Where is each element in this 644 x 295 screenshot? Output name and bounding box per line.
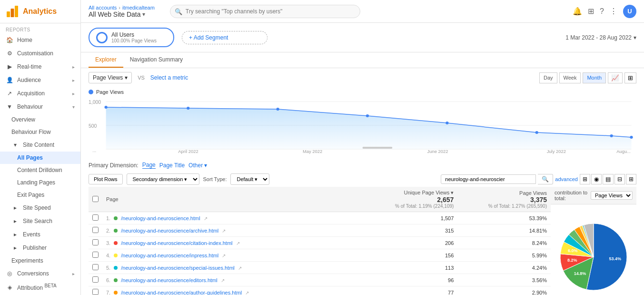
top-header: All accounts › itmedicalteam All Web Sit… [81, 0, 644, 23]
sidebar-item-publisher[interactable]: ▸ Publisher [0, 241, 80, 254]
sidebar-item-exit-pages[interactable]: Exit Pages [0, 189, 80, 201]
svg-text:500: 500 [89, 123, 97, 129]
pie-view-button[interactable]: ◉ [591, 174, 602, 184]
secondary-dimension-select[interactable]: Secondary dimension ▾ [127, 173, 199, 185]
day-button[interactable]: Day [539, 72, 557, 83]
sidebar-item-behaviour[interactable]: ▼ Behaviour ▾ [0, 100, 80, 113]
sidebar-item-conversions[interactable]: ◎ Conversions ▸ [0, 267, 80, 280]
add-segment-button[interactable]: + Add Segment [182, 31, 268, 44]
sidebar-item-label: Home [17, 37, 32, 43]
table-row: 2. /neurology-and-neuroscience/archive.h… [89, 224, 551, 237]
help-icon[interactable]: ? [600, 7, 604, 16]
sidebar-item-landing-pages[interactable]: Landing Pages [0, 176, 80, 189]
row-checkbox[interactable] [92, 276, 99, 283]
sidebar-item-customisation[interactable]: ⚙ Customisation [0, 47, 80, 60]
contribution-metric-select[interactable]: Page Views [591, 191, 633, 200]
dimension-page-link[interactable]: Page [142, 162, 156, 169]
apps-icon[interactable]: ⊞ [588, 7, 594, 16]
bar-chart-icon[interactable]: ⊞ [624, 72, 636, 83]
row-checkbox[interactable] [92, 227, 99, 233]
bar-view-button[interactable]: ▤ [603, 174, 614, 184]
property-chevron: ▾ [142, 11, 145, 18]
sidebar-item-experiments[interactable]: Experiments [0, 254, 80, 267]
page-link[interactable]: /neurology-and-neuroscience/editors.html [121, 277, 217, 283]
tab-explorer[interactable]: Explorer [89, 52, 123, 68]
row-checkbox[interactable] [92, 289, 99, 295]
segment-percent: 100.00% Page Views [111, 38, 157, 43]
sidebar-item-label: Exit Pages [17, 192, 44, 198]
all-users-segment[interactable]: All Users 100.00% Page Views [89, 28, 174, 47]
chevron-icon: ▸ [11, 217, 19, 225]
row-checkbox[interactable] [92, 252, 99, 258]
search-input[interactable] [170, 5, 360, 18]
sidebar-item-site-content[interactable]: ▾ Site Content [0, 138, 80, 152]
sidebar-item-site-speed[interactable]: ▸ Site Speed [0, 201, 80, 214]
sidebar-item-label: Acquisition [17, 90, 45, 97]
month-button[interactable]: Month [583, 72, 606, 83]
sidebar-item-overview[interactable]: Overview [0, 113, 80, 126]
sidebar-item-content-drilldown[interactable]: Content Drilldown [0, 164, 80, 176]
sidebar-item-home[interactable]: 🏠 Home [0, 33, 80, 47]
data-table: Page Unique Page Views ▾ 2,657 % of Tota… [89, 187, 551, 295]
page-link[interactable]: /neurology-and-neuroscience/inpress.html [121, 253, 218, 258]
svg-text:July 2022: July 2022 [547, 149, 566, 154]
select-all-checkbox[interactable] [92, 196, 99, 202]
date-range-picker[interactable]: 1 Mar 2022 - 28 Aug 2022 ▾ [565, 34, 636, 41]
sidebar-item-behaviour-flow[interactable]: Behaviour Flow [0, 126, 80, 138]
page-link[interactable]: /neurology-and-neuroscience.html [121, 215, 200, 221]
page-cell: 5. /neurology-and-neuroscience/special-i… [102, 262, 365, 274]
table-search-input[interactable] [441, 174, 536, 184]
table-row: 3. /neurology-and-neuroscience/citation-… [89, 237, 551, 249]
property-name[interactable]: All Web Site Data ▾ [89, 10, 160, 18]
svg-point-15 [610, 134, 613, 137]
sidebar-item-site-search[interactable]: ▸ Site Search [0, 214, 80, 228]
advanced-link[interactable]: advanced [555, 176, 578, 182]
external-link-icon: ↗ [222, 228, 226, 234]
page-link[interactable]: /neurology-and-neuroscience/citation-ind… [121, 240, 232, 246]
svg-point-11 [276, 108, 279, 111]
table-row: 5. /neurology-and-neuroscience/special-i… [89, 262, 551, 274]
table-view-button[interactable]: ⊞ [580, 174, 590, 184]
page-link[interactable]: /neurology-and-neuroscience/special-issu… [121, 265, 234, 271]
more-icon[interactable]: ⋮ [610, 7, 617, 16]
week-button[interactable]: Week [559, 72, 581, 83]
sort-type-select[interactable]: Default ▾ [230, 173, 269, 185]
notifications-icon[interactable]: 🔔 [573, 7, 582, 16]
unique-pv-header[interactable]: Unique Page Views ▾ 2,657 % of Total: 1.… [365, 187, 458, 212]
select-metric-link[interactable]: Select a metric [150, 74, 188, 81]
search-filter-button[interactable]: 🔍 [538, 174, 553, 184]
realtime-icon: ▶ [6, 63, 13, 71]
sidebar-item-attribution[interactable]: ◈ Attribution BETA [0, 280, 80, 294]
page-cell: 7. /neurology-and-neuroscience/author-gu… [102, 286, 365, 295]
avatar[interactable]: U [623, 5, 636, 18]
svg-rect-2 [15, 6, 18, 17]
pie-label: 14.8% [574, 271, 586, 276]
row-checkbox[interactable] [92, 214, 99, 221]
sidebar-item-audience[interactable]: 👤 Audience ▸ [0, 73, 80, 87]
table-row: 6. /neurology-and-neuroscience/editors.h… [89, 274, 551, 286]
primary-dimension-label: Primary Dimension: [89, 162, 139, 169]
row-checkbox[interactable] [92, 264, 99, 270]
pv-percent-cell: 3.56% [457, 274, 551, 286]
svg-text:Augu...: Augu... [616, 149, 631, 154]
row-checkbox[interactable] [92, 239, 99, 245]
page-link[interactable]: /neurology-and-neuroscience/author-guide… [121, 290, 242, 295]
sidebar-item-all-pages[interactable]: All Pages [0, 152, 80, 164]
external-link-icon: ↗ [236, 241, 240, 246]
page-link[interactable]: /neurology-and-neuroscience/archive.html [121, 228, 218, 234]
sidebar-item-acquisition[interactable]: ↗ Acquisition ▸ [0, 87, 80, 100]
plot-rows-button[interactable]: Plot Rows [89, 174, 123, 184]
breadcrumb-account[interactable]: itmedicalteam [122, 5, 155, 10]
tab-navigation-summary[interactable]: Navigation Summary [123, 52, 189, 68]
pivot-view-button[interactable]: ⊟ [614, 174, 625, 184]
sidebar-item-events[interactable]: ▸ Events [0, 228, 80, 241]
dimension-page-title-link[interactable]: Page Title [159, 162, 185, 169]
metric-dropdown[interactable]: Page Views ▾ [89, 72, 132, 83]
line-chart-icon[interactable]: 📈 [608, 72, 623, 83]
dimension-other-link[interactable]: Other ▾ [188, 162, 207, 169]
contribution-header: contribution to total: Page Views [551, 187, 636, 204]
segment-bar: All Users 100.00% Page Views + Add Segme… [81, 23, 644, 52]
sidebar-item-realtime[interactable]: ▶ Real-time ▸ [0, 60, 80, 73]
scatter-view-button[interactable]: ⊞ [626, 174, 636, 184]
breadcrumb-all-accounts[interactable]: All accounts [89, 5, 117, 10]
